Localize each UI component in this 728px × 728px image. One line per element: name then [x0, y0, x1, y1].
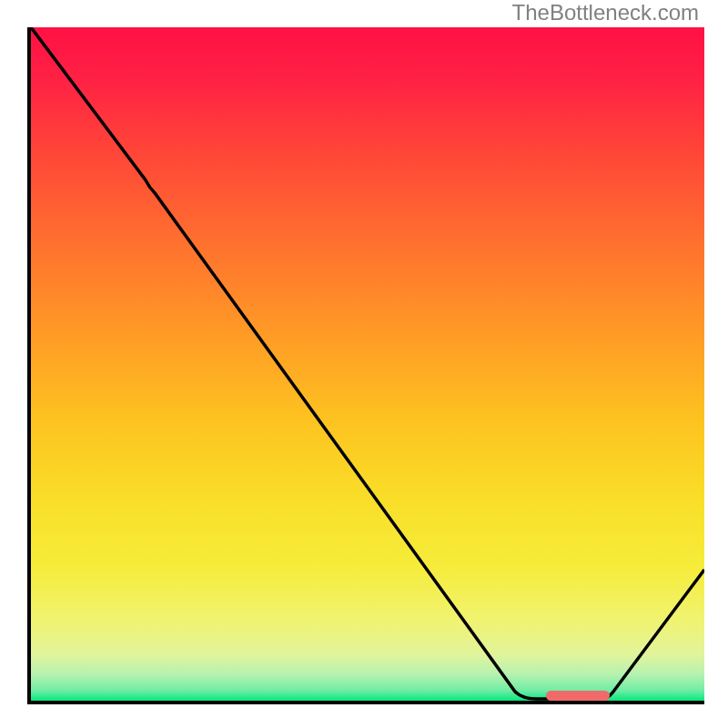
- optimal-range-marker: [31, 27, 704, 701]
- chart-container: TheBottleneck.com: [0, 0, 728, 728]
- plot-area: [27, 27, 704, 704]
- svg-rect-1: [546, 691, 610, 701]
- attribution-text: TheBottleneck.com: [512, 0, 699, 25]
